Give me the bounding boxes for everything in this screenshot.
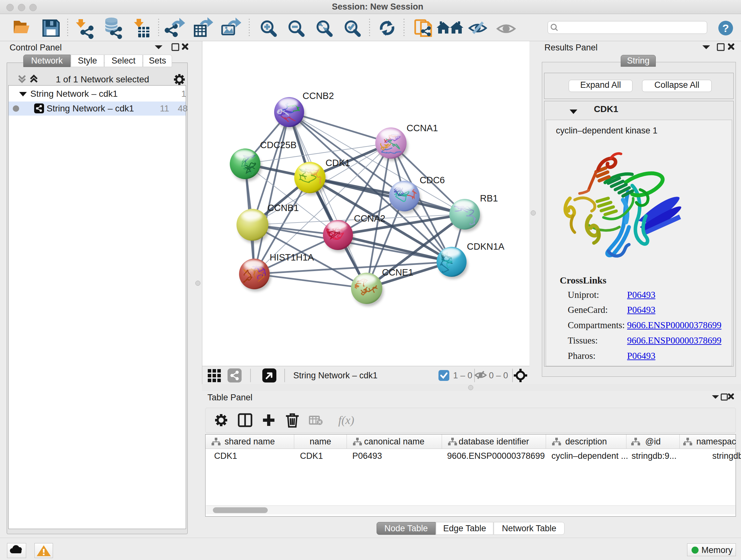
svg-text:1 – 0: 1 – 0	[453, 371, 472, 380]
svg-text:CCNA1: CCNA1	[407, 123, 438, 133]
svg-text:RB1: RB1	[480, 193, 498, 203]
svg-text:CCNA2: CCNA2	[354, 213, 385, 224]
svg-text:0 – 0: 0 – 0	[489, 371, 508, 380]
svg-text:CCNB1: CCNB1	[267, 203, 299, 213]
svg-text:1 of 1 Network selected: 1 of 1 Network selected	[56, 74, 149, 84]
svg-text:CDC25B: CDC25B	[260, 140, 296, 150]
svg-text:String Network – cdk1: String Network – cdk1	[293, 371, 378, 380]
svg-text:CDC6: CDC6	[420, 175, 445, 185]
svg-text:?: ?	[723, 22, 729, 34]
svg-text:CDKN1A: CDKN1A	[467, 241, 504, 252]
svg-text:CCNE1: CCNE1	[382, 267, 413, 277]
svg-text:CDK1: CDK1	[326, 158, 350, 168]
svg-text:CCNB2: CCNB2	[302, 91, 334, 101]
svg-text:HIST1H1A: HIST1H1A	[270, 252, 314, 262]
svg-text:f(x): f(x)	[338, 414, 354, 427]
